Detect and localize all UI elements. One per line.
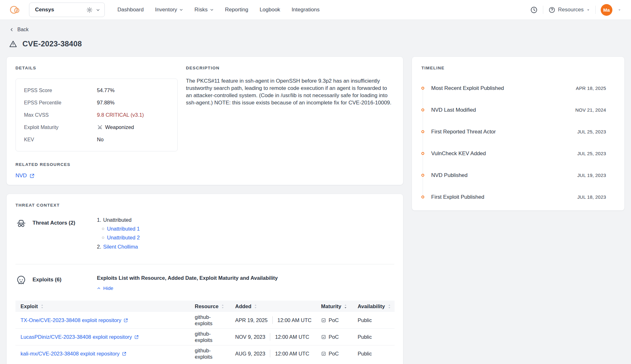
- divider: [595, 6, 596, 14]
- hide-exploits-link[interactable]: Hide: [97, 285, 113, 291]
- threat-actor-number: 1.: [97, 217, 101, 223]
- nav-item-integrations[interactable]: Integrations: [292, 7, 320, 13]
- details-row-exploit-maturity: Exploit MaturityWeaponized: [24, 121, 169, 133]
- back-label: Back: [17, 27, 29, 32]
- chevron-down-icon[interactable]: [617, 8, 622, 12]
- exploit-table-row: LucasPDiniz/CVE-2023-38408 exploit repos…: [15, 329, 395, 345]
- threat-actor-unattributed: Unattributed: [103, 217, 132, 223]
- exploit-repo-link[interactable]: LucasPDiniz/CVE-2023-38408 exploit repos…: [21, 334, 139, 340]
- page-content: Back CVE-2023-38408 Details EPSS Score54…: [0, 27, 631, 364]
- timeline-event-date: JUL 25, 2023: [577, 151, 606, 156]
- nav-item-dashboard[interactable]: Dashboard: [117, 7, 144, 13]
- warning-triangle-icon: [9, 40, 17, 48]
- nvd-link-label: NVD: [15, 173, 27, 179]
- question-circle-icon: [548, 6, 556, 14]
- chevron-left-icon: [9, 27, 14, 32]
- resources-menu[interactable]: Resources: [548, 6, 590, 14]
- exploit-repo-link-label: LucasPDiniz/CVE-2023-38408 exploit repos…: [21, 334, 132, 340]
- threat-actor-number: 2.: [97, 244, 101, 250]
- external-icon: [123, 318, 128, 323]
- nav-item-logbook[interactable]: Logbook: [259, 7, 280, 13]
- details-value: 9.8 CRITICAL (v3.1): [97, 112, 144, 118]
- hide-label: Hide: [103, 285, 113, 291]
- workspace-selector[interactable]: Censys: [29, 3, 105, 17]
- external-icon: [134, 335, 139, 339]
- timeline-marker-icon: [421, 174, 424, 177]
- main-nav: DashboardInventoryRisksReportingLogbookI…: [117, 7, 319, 13]
- nav-item-label: Reporting: [225, 7, 248, 13]
- sort-icon: [343, 304, 348, 309]
- exploits-row: Exploits (6) Exploits List with Resource…: [15, 274, 394, 291]
- cell-added: AUG 9, 202312:00 AM UTC: [233, 345, 318, 362]
- gear-icon[interactable]: [86, 7, 93, 13]
- details-value: No: [97, 137, 104, 143]
- column-header-label: Availability: [358, 303, 385, 309]
- back-link[interactable]: Back: [9, 27, 29, 32]
- cell-added: NOV 9, 202312:00 AM UTC: [233, 329, 318, 345]
- timeline-event-most-recent-exploit-published: Most Recent Exploit PublishedAPR 18, 202…: [421, 77, 606, 99]
- timeline-event-label: Most Recent Exploit Published: [431, 85, 576, 91]
- censys-logo: [9, 3, 21, 16]
- cell-exploit: TX-One/CVE-2023-38408 exploit repository: [15, 312, 192, 329]
- timeline-list: Most Recent Exploit PublishedAPR 18, 202…: [421, 77, 606, 208]
- sort-icon: [253, 304, 258, 309]
- exploits-summary: Exploits List with Resource, Added Date,…: [97, 274, 394, 281]
- cell-resource: github-exploits: [192, 312, 233, 329]
- details-panel: Details EPSS Score54.77%EPSS Percentile9…: [6, 56, 403, 185]
- swords-icon: [97, 124, 103, 130]
- threat-actor-link-unattributed-1[interactable]: Unattributed 1: [107, 226, 140, 232]
- timeline-event-first-exploit-published: First Exploit PublishedJUL 18, 2023: [421, 186, 606, 208]
- threat-context-section-title: Threat Context: [15, 203, 394, 208]
- history-clock-button[interactable]: [530, 6, 538, 14]
- divider: [272, 316, 273, 324]
- nav-item-label: Risks: [194, 7, 208, 13]
- timeline-marker-icon: [421, 109, 424, 111]
- maturity-label: PoC: [329, 351, 339, 357]
- timeline-event-label: NVD Last Modified: [431, 107, 575, 113]
- description-section-title: Description: [186, 66, 394, 70]
- column-header-exploit: Exploit: [15, 301, 192, 312]
- exploits-table: ExploitResourceAddedMaturityAvailability…: [15, 301, 395, 362]
- added-time: 12:00 AM UTC: [277, 317, 312, 323]
- column-header-maturity: Maturity: [318, 301, 355, 312]
- timeline-event-nvd-last-modified: NVD Last ModifiedNOV 21, 2024: [421, 99, 606, 121]
- timeline-event-label: First Reported Threat Actor: [431, 129, 577, 135]
- timeline-event-date: JUL 25, 2023: [577, 129, 606, 134]
- exploit-repo-link[interactable]: kali-mx/CVE-2023-38408 exploit repositor…: [21, 351, 127, 357]
- nav-item-inventory[interactable]: Inventory: [155, 7, 183, 13]
- column-sort-availability[interactable]: Availability: [358, 303, 392, 309]
- column-sort-maturity[interactable]: Maturity: [321, 303, 353, 309]
- details-box: EPSS Score54.77%EPSS Percentile97.88%Max…: [15, 79, 178, 151]
- nav-item-reporting[interactable]: Reporting: [225, 7, 248, 13]
- column-sort-added[interactable]: Added: [235, 303, 316, 309]
- chevron-up-icon: [97, 286, 101, 290]
- added-date: APR 19, 2025: [235, 317, 268, 323]
- timeline-event-date: JUL 19, 2023: [577, 173, 606, 178]
- details-value-text: 54.77%: [97, 87, 115, 93]
- details-row-epss-score: EPSS Score54.77%: [24, 84, 169, 97]
- threat-actor-child: Unattributed 1: [102, 226, 394, 232]
- exploit-repo-link[interactable]: TX-One/CVE-2023-38408 exploit repository: [21, 317, 128, 323]
- nav-item-risks[interactable]: Risks: [194, 7, 214, 13]
- exploit-table-row: TX-One/CVE-2023-38408 exploit repository…: [15, 312, 395, 329]
- column-sort-exploit[interactable]: Exploit: [21, 303, 190, 309]
- column-header-label: Exploit: [21, 303, 38, 309]
- nvd-link[interactable]: NVD: [15, 173, 35, 179]
- added-time: 12:00 AM UTC: [275, 334, 309, 340]
- cell-availability: Public: [355, 345, 395, 362]
- maturity-label: PoC: [329, 317, 339, 323]
- user-avatar[interactable]: Ma: [601, 4, 612, 16]
- divider: [270, 333, 270, 341]
- timeline-panel: Timeline Most Recent Exploit PublishedAP…: [412, 56, 625, 211]
- timeline-event-label: VulnCheck KEV Added: [431, 150, 577, 157]
- details-label: EPSS Percentile: [24, 100, 97, 106]
- chevron-down-icon[interactable]: [96, 8, 100, 12]
- threat-actor-silent-chollima[interactable]: Silent Chollima: [103, 244, 138, 250]
- threat-actor-link-unattributed-2[interactable]: Unattributed 2: [107, 235, 140, 241]
- column-header-resource: Resource: [192, 301, 233, 312]
- maturity-label: PoC: [329, 334, 339, 340]
- column-sort-resource[interactable]: Resource: [195, 303, 230, 309]
- details-value: 54.77%: [97, 87, 115, 93]
- sort-icon: [40, 304, 44, 309]
- details-value-text: Weaponized: [105, 124, 134, 130]
